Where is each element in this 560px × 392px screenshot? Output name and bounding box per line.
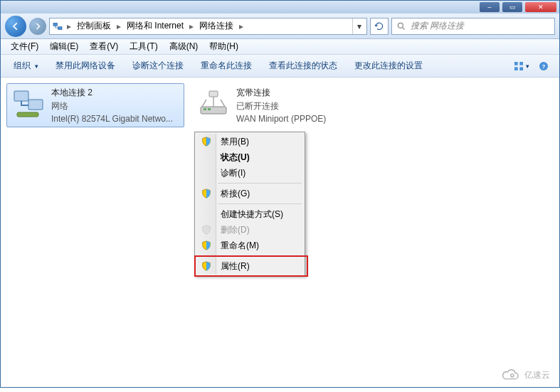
ctx-create-shortcut[interactable]: 创建快捷方式(S) [196,206,303,222]
ctx-separator [218,203,302,204]
menu-view[interactable]: 查看(V) [84,39,124,54]
maximize-button[interactable]: ▭ [502,2,522,12]
connection-broadband[interactable]: 宽带连接 已断开连接 WAN Miniport (PPPOE) [191,83,369,127]
shield-icon [201,136,212,147]
svg-text:?: ? [542,63,546,70]
menu-edit[interactable]: 编辑(E) [44,39,84,54]
navbar: ▸ 控制面板 ▸ 网络和 Internet ▸ 网络连接 ▸ ▾ 搜索 网络连接 [1,14,559,39]
search-placeholder: 搜索 网络连接 [411,20,464,32]
ctx-rename[interactable]: 重命名(M) [196,238,303,253]
connection-local-area[interactable]: 本地连接 2 网络 Intel(R) 82574L Gigabit Netwo.… [6,83,184,127]
svg-rect-11 [17,112,38,117]
cloud-icon [500,368,520,382]
back-button[interactable] [5,16,26,37]
shield-icon [201,224,212,235]
arrow-left-icon [11,21,21,31]
ctx-label: 状态(U) [221,152,250,164]
breadcrumb-sep[interactable]: ▸ [65,21,73,31]
diagnose-button[interactable]: 诊断这个连接 [125,57,191,75]
ctx-label: 删除(D) [221,224,250,236]
help-icon: ? [538,60,549,72]
connection-device: WAN Miniport (PPPOE) [236,114,326,124]
svg-point-16 [511,374,514,377]
connection-device: Intel(R) 82574L Gigabit Netwo... [51,114,173,124]
breadcrumb-network-connections[interactable]: 网络连接 [196,18,236,34]
address-dropdown[interactable]: ▾ [352,18,365,34]
change-settings-button[interactable]: 更改此连接的设置 [347,57,430,75]
ctx-label: 桥接(G) [221,188,250,200]
watermark-text: 亿速云 [524,369,550,381]
svg-rect-4 [519,62,523,65]
ctx-status[interactable]: 状态(U) [196,149,303,165]
svg-rect-15 [209,91,218,97]
breadcrumb-network-internet[interactable]: 网络和 Internet [124,18,186,34]
svg-rect-5 [514,67,518,70]
ctx-bridge[interactable]: 桥接(G) [196,186,303,201]
breadcrumb-sep: ▸ [238,21,245,31]
context-menu: 禁用(B) 状态(U) 诊断(I) 桥接(G) 创建快捷方式(S) 删除(D) … [194,132,305,276]
shield-icon [201,188,212,199]
connection-name: 宽带连接 [236,87,326,99]
menu-help[interactable]: 帮助(H) [204,39,244,54]
network-connections-icon [51,20,64,33]
ctx-label: 创建快捷方式(S) [221,208,283,221]
minimize-button[interactable]: – [480,2,500,12]
menu-tools[interactable]: 工具(T) [124,39,163,54]
rename-button[interactable]: 重命名此连接 [194,57,259,75]
lan-adapter-icon [11,87,46,121]
svg-rect-3 [514,62,518,65]
ctx-label: 禁用(B) [221,136,249,148]
svg-point-2 [398,23,403,28]
breadcrumb-control-panel[interactable]: 控制面板 [74,18,114,34]
svg-rect-1 [58,26,62,29]
menu-file[interactable]: 文件(F) [5,39,44,54]
search-box[interactable]: 搜索 网络连接 [391,18,555,35]
view-mode-button[interactable] [511,58,531,75]
close-button[interactable]: ✕ [525,2,556,12]
view-status-button[interactable]: 查看此连接的状态 [262,57,344,75]
view-icon [513,60,524,72]
search-icon [396,21,406,31]
arrow-right-icon [33,22,42,31]
ctx-label: 诊断(I) [221,167,245,179]
ctx-delete: 删除(D) [196,222,303,238]
svg-rect-0 [53,23,57,26]
svg-rect-14 [208,108,211,110]
organize-button[interactable]: 组织 [6,57,46,75]
ctx-separator [218,183,302,184]
ctx-diagnose[interactable]: 诊断(I) [196,165,303,181]
ctx-disable[interactable]: 禁用(B) [196,134,303,149]
ctx-label: 重命名(M) [221,240,259,252]
ctx-separator [218,255,302,256]
disable-device-button[interactable]: 禁用此网络设备 [48,57,122,75]
breadcrumb-sep: ▸ [115,21,122,31]
refresh-button[interactable] [370,18,389,35]
breadcrumb-sep: ▸ [188,21,195,31]
titlebar: – ▭ ✕ [1,1,559,14]
ctx-label: 属性(R) [221,260,250,272]
modem-icon [196,87,231,121]
toolbar: 组织 禁用此网络设备 诊断这个连接 重命名此连接 查看此连接的状态 更改此连接的… [1,55,559,78]
connection-status: 网络 [51,100,173,112]
ctx-properties[interactable]: 属性(R) [196,258,303,274]
svg-rect-13 [204,108,206,110]
help-button[interactable]: ? [534,58,554,75]
shield-icon [201,240,212,251]
forward-button[interactable] [29,18,46,35]
connection-status: 已断开连接 [236,100,326,112]
watermark: 亿速云 [500,368,550,382]
explorer-window: – ▭ ✕ ▸ 控制面板 ▸ 网络和 Internet ▸ 网络连接 ▸ ▾ [0,0,560,388]
svg-rect-10 [28,100,43,110]
address-bar[interactable]: ▸ 控制面板 ▸ 网络和 Internet ▸ 网络连接 ▸ ▾ [49,18,367,35]
connection-info: 宽带连接 已断开连接 WAN Miniport (PPPOE) [236,87,326,124]
shield-icon [201,260,212,272]
svg-rect-6 [519,67,523,70]
refresh-icon [374,21,384,31]
connection-name: 本地连接 2 [51,87,173,99]
menubar: 文件(F) 编辑(E) 查看(V) 工具(T) 高级(N) 帮助(H) [1,39,559,55]
connection-info: 本地连接 2 网络 Intel(R) 82574L Gigabit Netwo.… [51,87,173,124]
menu-advanced[interactable]: 高级(N) [164,39,204,54]
svg-rect-9 [14,91,28,101]
